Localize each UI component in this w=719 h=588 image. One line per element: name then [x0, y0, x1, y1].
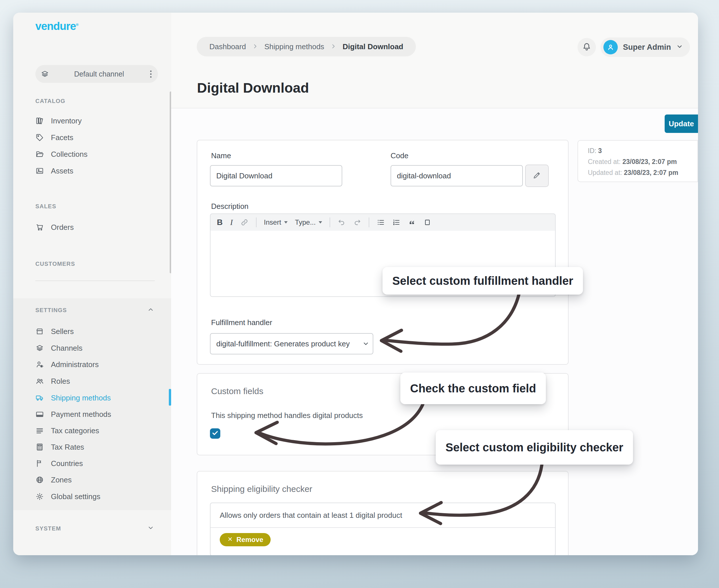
- breadcrumb: Dashboard Shipping methods Digital Downl…: [197, 37, 416, 56]
- sidebar-item-facets[interactable]: Facets: [35, 131, 73, 144]
- sidebar-item-tax-rates[interactable]: Tax Rates: [35, 440, 84, 454]
- undo-icon[interactable]: [338, 218, 346, 226]
- folder-icon: [35, 150, 44, 159]
- callout-fulfillment-handler: Select custom fulfillment handler: [382, 267, 583, 295]
- sidebar: vendure® Default channel CATALOG Invento…: [13, 13, 171, 555]
- type-menu[interactable]: Type...: [295, 218, 322, 226]
- user-menu[interactable]: Super Admin: [600, 37, 690, 57]
- name-label: Name: [211, 151, 231, 160]
- sidebar-item-tax-categories[interactable]: Tax categories: [35, 424, 99, 438]
- sidebar-item-payment-methods[interactable]: Payment methods: [35, 407, 111, 421]
- sidebar-item-label: Administrators: [51, 360, 99, 369]
- sidebar-item-sellers[interactable]: Sellers: [35, 324, 73, 338]
- bullet-list-icon[interactable]: [377, 218, 385, 226]
- remove-button[interactable]: Remove: [220, 533, 271, 546]
- layers-icon: [41, 70, 49, 78]
- created-label: Created at:: [588, 158, 621, 165]
- image-icon: [35, 167, 44, 175]
- update-button[interactable]: Update: [665, 114, 698, 133]
- truck-icon: [35, 394, 44, 402]
- sidebar-item-label: Payment methods: [51, 410, 111, 419]
- eligibility-heading: Shipping eligibility checker: [211, 484, 312, 494]
- cart-icon: [35, 223, 44, 232]
- blockquote-icon[interactable]: [408, 218, 416, 226]
- gear-icon: [35, 492, 44, 501]
- tag-icon: [35, 133, 44, 142]
- sidebar-item-label: Sellers: [51, 327, 73, 336]
- kebab-menu-icon[interactable]: [149, 69, 153, 79]
- bold-button[interactable]: B: [217, 218, 223, 227]
- chevron-down-icon[interactable]: [146, 523, 155, 533]
- settings-block: SETTINGS Sellers Channels Administrators…: [13, 298, 171, 510]
- sidebar-item-label: Tax Rates: [51, 443, 84, 451]
- sidebar-item-administrators[interactable]: Administrators: [35, 358, 99, 371]
- custom-fields-heading: Custom fields: [211, 386, 263, 396]
- code-block-icon[interactable]: [423, 218, 431, 226]
- insert-menu[interactable]: Insert: [264, 218, 288, 226]
- section-customers: CUSTOMERS: [35, 260, 75, 267]
- link-icon[interactable]: [240, 218, 249, 226]
- section-system: SYSTEM: [35, 525, 61, 532]
- sidebar-item-assets[interactable]: Assets: [35, 164, 73, 178]
- layers-icon: [35, 344, 44, 352]
- flag-icon: [35, 459, 44, 468]
- bell-icon: [582, 42, 592, 52]
- app-window: vendure® Default channel CATALOG Invento…: [13, 13, 698, 555]
- sidebar-divider: [35, 280, 155, 281]
- sidebar-item-label: Facets: [51, 133, 73, 142]
- custom-field-label: This shipping method handles digital pro…: [211, 411, 363, 420]
- toolbar-separator: [330, 217, 330, 227]
- credit-card-icon: [35, 410, 44, 419]
- digital-products-checkbox[interactable]: [210, 428, 220, 439]
- name-input[interactable]: [210, 165, 342, 186]
- active-item-indicator: [169, 389, 171, 406]
- avatar: [604, 40, 618, 55]
- italic-button[interactable]: I: [230, 218, 233, 227]
- check-icon: [211, 429, 219, 438]
- sidebar-item-collections[interactable]: Collections: [35, 147, 87, 161]
- sidebar-item-label: Collections: [51, 150, 87, 159]
- eligibility-rule-text: Allows only orders that contain at least…: [211, 503, 555, 528]
- user-name: Super Admin: [623, 43, 671, 52]
- chevron-down-icon: [676, 43, 683, 51]
- pencil-icon: [533, 171, 541, 181]
- code-label: Code: [390, 151, 408, 160]
- created-value: 23/08/23, 2:07 pm: [622, 158, 677, 165]
- fulfillment-handler-select[interactable]: digital-fulfillment: Generates product k…: [210, 333, 373, 354]
- section-catalog: CATALOG: [35, 98, 65, 104]
- sidebar-item-label: Orders: [51, 223, 73, 232]
- redo-icon[interactable]: [353, 218, 361, 226]
- breadcrumb-dashboard[interactable]: Dashboard: [209, 42, 246, 51]
- notifications-button[interactable]: [577, 38, 596, 56]
- close-icon: [227, 536, 233, 544]
- sidebar-item-label: Assets: [51, 167, 73, 175]
- sidebar-item-orders[interactable]: Orders: [35, 220, 73, 234]
- fulfillment-handler-label: Fulfillment handler: [211, 318, 272, 327]
- channel-selector[interactable]: Default channel: [35, 65, 158, 83]
- sidebar-item-label: Roles: [51, 377, 70, 386]
- sidebar-item-global-settings[interactable]: Global settings: [35, 490, 100, 503]
- code-input[interactable]: [390, 165, 523, 186]
- sidebar-item-channels[interactable]: Channels: [35, 341, 83, 355]
- toolbar-separator: [256, 217, 256, 227]
- sidebar-item-inventory[interactable]: Inventory: [35, 114, 82, 128]
- section-settings: SETTINGS: [35, 307, 67, 314]
- sidebar-item-zones[interactable]: Zones: [35, 473, 71, 487]
- ordered-list-icon[interactable]: [392, 218, 400, 226]
- calculator-icon: [35, 443, 44, 451]
- chevron-down-icon: [362, 340, 369, 349]
- edit-code-button[interactable]: [525, 165, 549, 187]
- breadcrumb-shipping-methods[interactable]: Shipping methods: [264, 42, 324, 51]
- sidebar-item-label: Zones: [51, 476, 71, 484]
- sidebar-item-countries[interactable]: Countries: [35, 457, 83, 470]
- globe-icon: [35, 476, 44, 484]
- entity-details-panel: ID: 3 Created at: 23/08/23, 2:07 pm Upda…: [577, 140, 698, 182]
- sidebar-item-roles[interactable]: Roles: [35, 374, 70, 388]
- chevron-up-icon[interactable]: [146, 304, 155, 314]
- page-background: vendure® Default channel CATALOG Invento…: [0, 0, 719, 588]
- sidebar-item-label: Countries: [51, 459, 83, 468]
- vendure-logo: vendure®: [35, 20, 78, 33]
- sidebar-item-shipping-methods[interactable]: Shipping methods: [35, 391, 111, 405]
- channel-label: Default channel: [49, 70, 149, 78]
- callout-eligibility-checker: Select custom eligibility checker: [436, 430, 633, 465]
